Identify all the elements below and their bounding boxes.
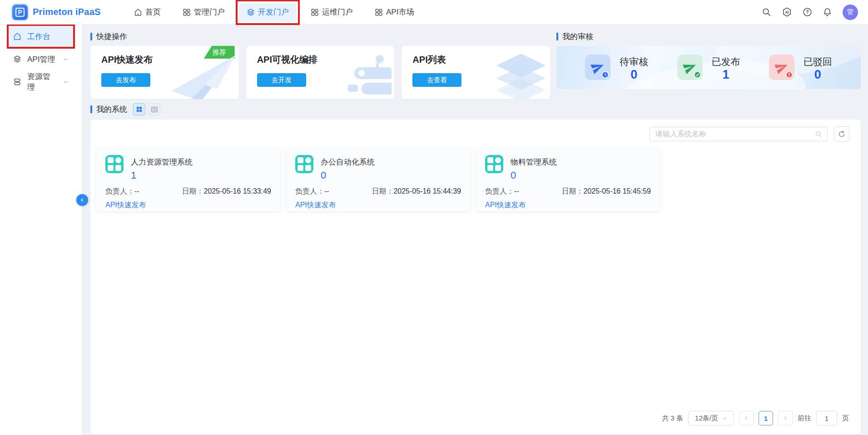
- stat-value: 0: [620, 69, 648, 81]
- pagination-total: 共 3 条: [662, 414, 683, 423]
- avatar-text: 管: [847, 8, 854, 16]
- help-icon[interactable]: ?: [803, 7, 812, 17]
- system-api-count: 0: [511, 170, 516, 181]
- owner-label: 负责人：: [105, 187, 134, 195]
- stat-label: 已驳回: [804, 55, 832, 68]
- layers-icon: [13, 55, 21, 63]
- card-title: API可视化编排: [257, 54, 395, 66]
- stat-published: 已发布 1: [677, 55, 740, 81]
- topnav-item-home[interactable]: 首页: [126, 3, 169, 21]
- owner-value: --: [134, 187, 139, 195]
- page-size-select[interactable]: 12条/页: [688, 411, 734, 425]
- card-title: API列表: [412, 54, 550, 66]
- date-value: 2025-05-16 15:45:59: [583, 187, 651, 195]
- page-unit: 页: [842, 414, 849, 423]
- topnav-item-label: 首页: [145, 7, 161, 17]
- bell-icon[interactable]: [823, 7, 832, 17]
- topnav-item-label: 开发门户: [258, 7, 289, 17]
- sidebar-item-label: API管理: [27, 54, 55, 65]
- refresh-button[interactable]: [834, 126, 849, 142]
- quick-actions-title: 快捷操作: [90, 30, 550, 42]
- list-view-icon: [151, 106, 158, 113]
- check-badge-icon: [694, 71, 701, 79]
- quick-action-card-api-list: API列表 去查看: [402, 46, 550, 99]
- date-value: 2025-05-16 15:44:39: [393, 187, 461, 195]
- brand-name: Primeton iPaaS: [33, 7, 101, 17]
- user-avatar[interactable]: 管: [843, 5, 858, 20]
- topnav-menu: 首页 管理门户 开发门户 运维门户 API市场: [126, 3, 422, 21]
- sidebar-item-label: 工作台: [27, 31, 50, 42]
- stat-label: 待审核: [620, 55, 648, 68]
- system-card-list: 人力资源管理系统 1 负责人：-- 日期：2025-05-16 15:33:49…: [90, 142, 861, 211]
- search-icon[interactable]: [762, 7, 771, 17]
- quick-action-card-api-publish: API快速发布 去发布 推荐: [90, 46, 239, 99]
- brand: P Primeton iPaaS: [0, 5, 114, 20]
- plane-alert-icon: [769, 55, 794, 80]
- topnav-item-ops-portal[interactable]: 运维门户: [303, 3, 361, 21]
- api-quick-publish-link[interactable]: API快速发布: [295, 200, 336, 210]
- owner-label: 负责人：: [295, 187, 324, 195]
- chevron-left-icon: [744, 415, 749, 421]
- goto-label: 前往: [798, 414, 811, 423]
- go-publish-button[interactable]: 去发布: [101, 73, 150, 87]
- recommended-badge: 推荐: [204, 46, 235, 59]
- go-view-button[interactable]: 去查看: [412, 73, 461, 87]
- system-card-hr: 人力资源管理系统 1 负责人：-- 日期：2025-05-16 15:33:49…: [96, 148, 280, 211]
- system-api-count: 0: [321, 170, 326, 181]
- date-label: 日期：: [372, 187, 393, 195]
- chevron-down-icon: [63, 56, 69, 62]
- search-icon[interactable]: [815, 130, 822, 138]
- topnav-item-label: API市场: [386, 7, 414, 17]
- system-name: 人力资源管理系统: [131, 157, 193, 167]
- top-navigation: P Primeton iPaaS 首页 管理门户 开发门户: [0, 0, 868, 25]
- sidebar-collapse-button[interactable]: [76, 194, 88, 206]
- ai-assistant-icon[interactable]: AI: [782, 7, 792, 17]
- api-quick-publish-link[interactable]: API快速发布: [105, 200, 146, 210]
- plane-check-icon: [677, 55, 703, 80]
- stat-label: 已发布: [712, 55, 740, 68]
- date-value: 2025-05-16 15:33:49: [203, 187, 271, 195]
- goto-page-input[interactable]: [816, 411, 837, 425]
- audit-stats-panel: 待审核 0 已发布 1: [556, 46, 861, 89]
- stat-rejected: 已驳回 0: [769, 55, 832, 81]
- system-grid-icon: [485, 155, 503, 173]
- chevron-down-icon: [63, 79, 69, 85]
- quick-action-card-api-orchestration: API可视化编排 去开发: [246, 46, 395, 99]
- pagination: 共 3 条 12条/页 1 前往 页: [90, 411, 861, 434]
- system-meta: 负责人：-- 日期：2025-05-16 15:33:49: [105, 187, 271, 196]
- svg-text:?: ?: [806, 10, 808, 15]
- sidebar-item-api-management[interactable]: API管理: [9, 49, 73, 69]
- chevron-right-icon: [783, 415, 788, 421]
- sidebar: 工作台 API管理 资源管理: [0, 25, 82, 435]
- topnav-item-api-market[interactable]: API市场: [367, 3, 422, 21]
- topnav-item-admin-portal[interactable]: 管理门户: [175, 3, 233, 21]
- prev-page-button[interactable]: [739, 411, 754, 425]
- grid-view-button[interactable]: [133, 103, 145, 115]
- date-label: 日期：: [182, 187, 203, 195]
- system-name: 物料管理系统: [511, 157, 557, 167]
- sidebar-item-workbench[interactable]: 工作台: [9, 26, 73, 46]
- logo-letter: P: [15, 8, 25, 17]
- my-systems-title: 我的系统: [90, 104, 127, 115]
- topnav-item-dev-portal[interactable]: 开发门户: [239, 3, 297, 21]
- system-api-count: 1: [131, 170, 136, 181]
- page-1-button[interactable]: 1: [759, 411, 773, 425]
- grid-icon: [375, 8, 383, 16]
- main-content: 快捷操作 API快速发布 去发布 推荐 API可视化编排 去开发: [82, 25, 868, 435]
- topnav-item-label: 运维门户: [322, 7, 353, 17]
- refresh-icon: [838, 130, 845, 138]
- alert-badge-icon: [785, 71, 793, 79]
- stat-pending-review: 待审核 0: [585, 55, 648, 81]
- api-quick-publish-link[interactable]: API快速发布: [485, 200, 526, 210]
- system-search-input[interactable]: [650, 130, 815, 138]
- home-icon: [13, 32, 21, 40]
- layers-icon: [247, 8, 255, 16]
- sidebar-item-resource-management[interactable]: 资源管理: [9, 72, 73, 92]
- plane-clock-icon: [585, 55, 610, 80]
- date-label: 日期：: [561, 187, 583, 195]
- stat-value: 1: [712, 69, 740, 81]
- next-page-button[interactable]: [778, 411, 793, 425]
- go-develop-button[interactable]: 去开发: [257, 73, 306, 87]
- system-card-oa: 办公自动化系统 0 负责人：-- 日期：2025-05-16 15:44:39 …: [286, 148, 470, 211]
- list-view-button[interactable]: [148, 103, 160, 115]
